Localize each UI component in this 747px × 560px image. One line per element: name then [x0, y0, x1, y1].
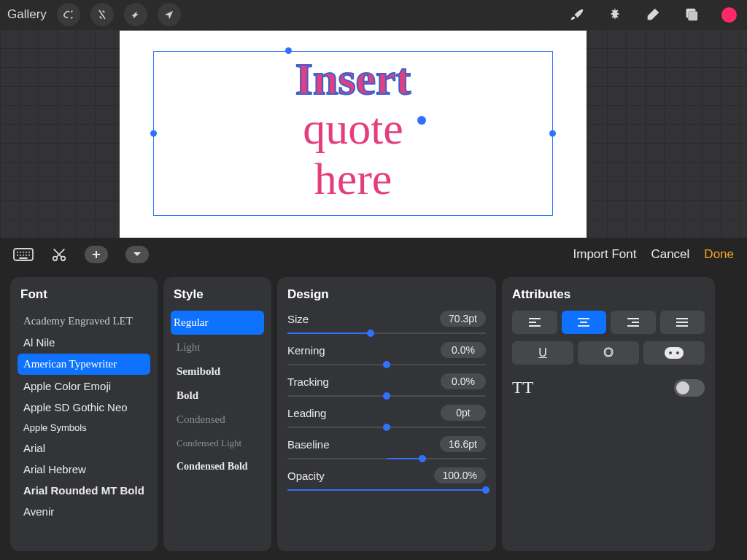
font-item[interactable]: Arial Hebrew [20, 459, 147, 480]
svg-point-7 [669, 351, 672, 354]
align-justify-button[interactable] [660, 311, 705, 334]
leading-slider[interactable] [287, 422, 486, 432]
style-item[interactable]: Bold [174, 384, 261, 408]
attributes-panel-title: Attributes [512, 287, 705, 302]
adjustments-icon[interactable] [90, 3, 114, 26]
font-panel: Font Academy Engraved LET Al Nile Americ… [10, 277, 158, 551]
handle-top[interactable] [285, 47, 292, 54]
handle-left[interactable] [150, 131, 157, 137]
selection-icon[interactable] [124, 3, 147, 26]
text-bounding-box[interactable]: Insert quote here [153, 51, 553, 216]
capitalize-label: TT [512, 378, 533, 397]
font-item[interactable]: Avenir [20, 501, 147, 522]
cancel-button[interactable]: Cancel [651, 247, 689, 262]
style-item[interactable]: Light [174, 335, 261, 359]
design-value[interactable]: 0.0% [441, 342, 486, 358]
font-item[interactable]: Arial Rounded MT Bold [20, 480, 147, 501]
text-style-segment: U O [512, 341, 705, 365]
font-item[interactable]: Academy Engraved LET [20, 311, 147, 332]
design-value[interactable]: 70.3pt [440, 311, 486, 327]
design-value[interactable]: 0pt [441, 405, 486, 421]
outline-button[interactable]: O [578, 341, 639, 365]
align-right-button[interactable] [611, 311, 656, 334]
canvas-area[interactable]: Insert quote here [0, 29, 747, 238]
style-item-selected[interactable]: Regular [171, 311, 264, 335]
text-panel-bar: Import Font Cancel Done [0, 238, 747, 271]
kerning-slider[interactable] [287, 359, 486, 369]
design-row-opacity: Opacity 100.0% [287, 467, 486, 483]
design-value[interactable]: 100.0% [434, 467, 486, 483]
design-row-tracking: Tracking 0.0% [287, 373, 486, 389]
actions-icon[interactable] [57, 3, 80, 26]
strikethrough-button[interactable] [643, 341, 705, 365]
design-panel-title: Design [287, 287, 486, 302]
text-line-3[interactable]: here [154, 147, 552, 211]
align-left-button[interactable] [512, 311, 557, 334]
top-toolbar: Gallery [0, 0, 747, 29]
underline-button[interactable]: U [512, 341, 573, 365]
cut-icon[interactable] [51, 246, 67, 262]
smudge-icon[interactable] [604, 4, 626, 26]
font-panel-title: Font [20, 287, 147, 302]
tracking-slider[interactable] [287, 391, 486, 400]
design-label: Baseline [287, 438, 330, 451]
design-value[interactable]: 16.6pt [440, 436, 486, 452]
size-slider[interactable] [287, 328, 486, 338]
gallery-link[interactable]: Gallery [7, 7, 47, 22]
style-item[interactable]: Condensed Bold [174, 455, 261, 478]
keyboard-icon[interactable] [13, 248, 34, 261]
font-item-selected[interactable]: American Typewriter [18, 354, 150, 375]
font-item[interactable]: Arial [20, 438, 147, 459]
import-font-button[interactable]: Import Font [573, 247, 637, 262]
design-panel: Design Size 70.3pt Kerning 0.0% Tracking… [277, 277, 496, 551]
svg-rect-2 [688, 11, 697, 20]
add-font-button[interactable] [85, 246, 108, 263]
layers-icon[interactable] [680, 4, 702, 26]
design-label: Size [287, 313, 309, 325]
design-label: Leading [287, 407, 326, 419]
done-button[interactable]: Done [704, 247, 734, 262]
text-panels: Font Academy Engraved LET Al Nile Americ… [0, 271, 747, 560]
artboard[interactable]: Insert quote here [120, 31, 587, 238]
opacity-slider[interactable] [287, 485, 486, 494]
svg-rect-6 [665, 347, 684, 359]
brush-icon[interactable] [566, 4, 588, 26]
font-item[interactable]: Apple SD Gothic Neo [20, 397, 147, 418]
style-item[interactable]: Condensed [174, 408, 261, 432]
attributes-panel: Attributes U O TT [502, 277, 715, 551]
style-item[interactable]: Semibold [174, 359, 261, 384]
design-row-leading: Leading 0pt [287, 405, 486, 421]
handle-drag[interactable] [417, 116, 426, 125]
svg-point-8 [676, 351, 679, 354]
style-item[interactable]: Condensed Light [174, 432, 261, 455]
font-item[interactable]: Al Nile [20, 332, 147, 353]
transform-icon[interactable] [158, 3, 181, 26]
design-label: Opacity [287, 470, 325, 482]
design-row-baseline: Baseline 16.6pt [287, 436, 486, 452]
capitalize-toggle[interactable] [674, 379, 705, 397]
design-label: Kerning [287, 344, 325, 357]
style-panel: Style Regular Light Semibold Bold Conden… [163, 277, 271, 551]
capitalize-row: TT [512, 378, 705, 397]
design-row-kerning: Kerning 0.0% [287, 342, 486, 358]
design-label: Tracking [287, 376, 329, 388]
selected-text[interactable]: Insert [295, 56, 411, 101]
handle-right[interactable] [549, 131, 556, 137]
eraser-icon[interactable] [642, 4, 664, 26]
dropdown-button[interactable] [125, 246, 149, 263]
design-row-size: Size 70.3pt [287, 311, 486, 327]
design-value[interactable]: 0.0% [441, 373, 486, 389]
style-panel-title: Style [174, 287, 261, 302]
color-icon[interactable] [718, 4, 740, 26]
font-item[interactable]: Apple Color Emoji [20, 376, 147, 397]
align-center-button[interactable] [562, 311, 607, 334]
font-item[interactable]: Apple Symbols [20, 418, 147, 438]
baseline-slider[interactable] [287, 454, 486, 463]
alignment-segment [512, 311, 705, 334]
